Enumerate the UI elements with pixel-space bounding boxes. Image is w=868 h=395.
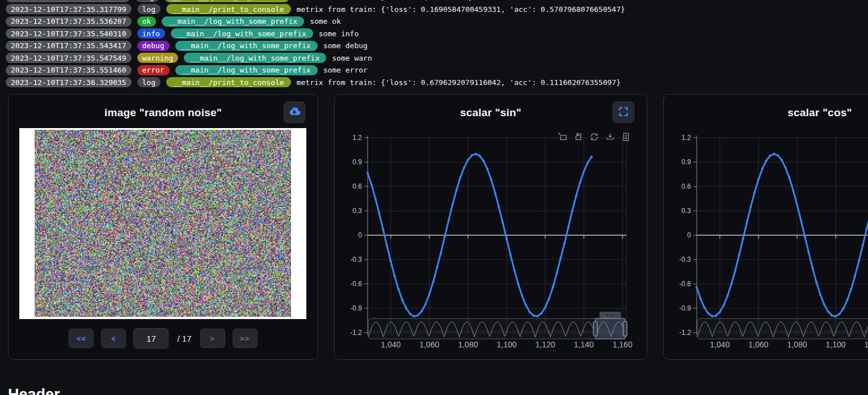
image-card-title: image "random noise" <box>9 95 318 119</box>
log-level-badge: ok <box>137 16 157 27</box>
series-point <box>753 191 756 193</box>
log-row: 2023-12-10T17:37:35.547549warning__main_… <box>6 52 868 65</box>
fullscreen-button[interactable] <box>613 101 634 123</box>
first-page-button[interactable]: << <box>69 329 94 348</box>
series-point <box>382 228 384 230</box>
series-point <box>730 283 732 285</box>
noise-image <box>35 130 291 317</box>
series-point <box>390 260 392 262</box>
series-point <box>575 195 577 197</box>
series-point <box>394 275 396 277</box>
log-console: log__main__/print_to_consolemetrix from … <box>0 0 868 91</box>
x-tick-label: 1,040 <box>710 340 730 349</box>
series-point <box>467 159 469 161</box>
series-point <box>529 311 531 313</box>
series-point <box>424 303 427 305</box>
last-page-button[interactable]: >> <box>233 329 258 348</box>
x-tick-label: 1,060 <box>748 340 768 349</box>
series-point <box>548 298 550 300</box>
log-level-badge: log <box>136 0 159 2</box>
log-level-badge: log <box>137 4 161 14</box>
log-module-badge: __main__/log_with_some_prefix <box>175 41 318 51</box>
series-point <box>552 286 554 288</box>
log-level-badge: warning <box>137 53 179 63</box>
restore-icon[interactable] <box>589 132 599 142</box>
zoom-reset-icon[interactable] <box>574 132 583 142</box>
series-point <box>509 254 512 256</box>
series-point <box>726 295 728 297</box>
cards-row: image "random noise" << < / 17 > >> scal… <box>8 94 868 360</box>
series-point <box>784 167 786 169</box>
log-level-badge: info <box>137 28 165 39</box>
prev-page-button[interactable]: < <box>101 329 126 348</box>
y-tick-label: 1.2 <box>352 134 362 142</box>
series-point <box>703 306 706 308</box>
datazoom-window[interactable] <box>595 318 625 339</box>
series-point <box>482 160 484 162</box>
y-tick-label: -0.6 <box>679 280 691 288</box>
log-module-badge: __main__/print_to_console <box>166 77 291 87</box>
series-point <box>773 153 775 155</box>
series-point <box>397 288 399 290</box>
download-image-button[interactable] <box>284 101 305 123</box>
y-tick-label: -0.3 <box>350 256 362 264</box>
log-module-badge: __main__/log_with_some_prefix <box>171 28 313 39</box>
series-point <box>559 257 562 259</box>
series-point <box>723 304 725 307</box>
sin-chart-plot[interactable]: 1.20.90.60.30-0.3-0.6-0.9-1.21,0401,0601… <box>335 128 648 354</box>
y-tick-label: 1.2 <box>681 134 691 142</box>
next-page-button[interactable]: > <box>200 329 225 348</box>
series-point <box>459 177 461 179</box>
series-point <box>823 303 825 305</box>
page-number-input[interactable] <box>133 328 168 349</box>
series-point <box>448 219 450 221</box>
fullscreen-icon <box>618 106 629 119</box>
log-level-badge: log <box>137 77 161 87</box>
series-point <box>502 222 504 224</box>
series-point <box>513 269 516 271</box>
box-zoom-icon[interactable] <box>558 132 567 142</box>
series-point <box>715 315 717 317</box>
series-point <box>738 254 740 256</box>
series-point <box>831 315 833 317</box>
series-point <box>517 283 519 285</box>
series-point <box>850 288 852 291</box>
series-point <box>719 311 721 313</box>
x-tick-label: 1,080 <box>458 340 478 349</box>
x-tick-label: 1,160 <box>613 340 633 349</box>
series-point <box>788 177 790 179</box>
datazoom-handle-left[interactable] <box>593 321 597 336</box>
series-point <box>416 314 419 316</box>
log-timestamp-badge: 2023-12-10T17:37:36.329035 <box>6 77 132 87</box>
y-tick-label: 0.9 <box>352 158 362 166</box>
datazoom-handle-right[interactable] <box>623 321 627 336</box>
series-point <box>378 212 380 214</box>
series-point <box>555 272 558 274</box>
series-point <box>842 307 845 309</box>
data-view-icon[interactable] <box>621 132 631 142</box>
series-point <box>505 237 508 240</box>
series-point <box>707 312 709 315</box>
series-point <box>409 313 411 315</box>
series-point <box>521 295 523 297</box>
log-message: some info <box>319 29 359 38</box>
cos-chart-plot[interactable]: 1.20.90.60.30-0.3-0.6-0.9-1.21,0401,0601… <box>664 128 868 354</box>
log-timestamp-badge: 2023-12-10T17:37:35.317799 <box>6 4 132 14</box>
series-point <box>525 304 527 307</box>
series-point <box>591 156 593 158</box>
series-point <box>490 179 492 181</box>
x-tick-label: 1,140 <box>574 340 594 349</box>
y-tick-label: 0.9 <box>681 158 691 166</box>
save-image-icon[interactable] <box>605 132 615 142</box>
series-point <box>478 155 481 157</box>
series-point <box>455 189 457 192</box>
series-point <box>432 281 435 283</box>
series-point <box>777 154 779 156</box>
series-point <box>370 183 373 185</box>
image-frame <box>19 128 306 319</box>
y-tick-label: 0.3 <box>681 207 691 215</box>
series-point <box>444 235 446 237</box>
log-message: metrix from train: {'loss': 0.6796292079… <box>297 78 621 87</box>
series-point <box>734 269 736 271</box>
series-point <box>544 306 546 308</box>
